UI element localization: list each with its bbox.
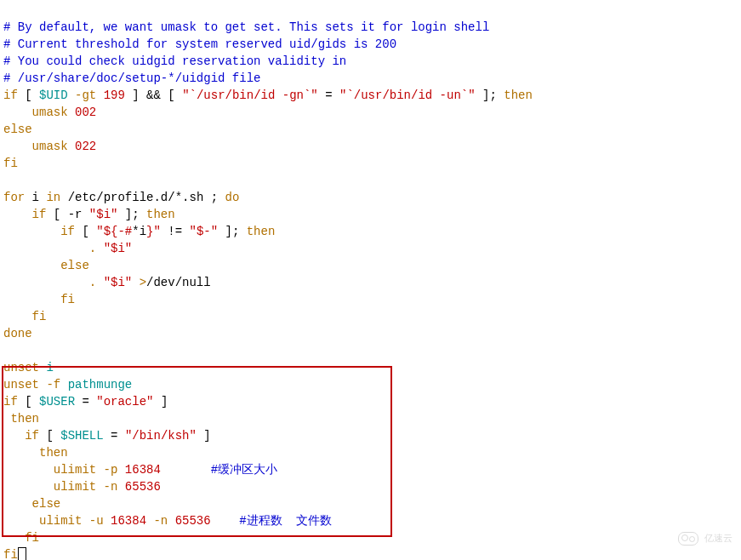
- code-line: ulimit -p 16384 #缓冲区大小: [3, 463, 277, 477]
- code-line: then: [3, 446, 68, 460]
- code-line: unset -f pathmunge: [3, 378, 132, 391]
- code-line: if [ "${-#*i}" != "$-" ]; then: [3, 225, 275, 238]
- code-line: done: [3, 327, 32, 340]
- code-line: else: [3, 123, 32, 136]
- code-line: if [ $USER = "oracle" ]: [3, 395, 168, 409]
- comment: # Current threshold for system reserved …: [3, 37, 396, 51]
- code-editor[interactable]: # By default, we want umask to get set. …: [0, 0, 741, 560]
- comment: # /usr/share/doc/setup-*/uidgid file: [3, 71, 260, 85]
- code-line: ulimit -u 16384 -n 65536 #进程数 文件数: [3, 514, 333, 528]
- cursor-icon: [18, 547, 26, 560]
- code-line: umask 022: [3, 140, 96, 153]
- code-line: fi: [3, 310, 46, 323]
- cloud-icon: [678, 532, 698, 546]
- code-line: if [ $SHELL = "/bin/ksh" ]: [3, 429, 211, 443]
- code-line: unset i: [3, 361, 54, 374]
- code-line: if [ -r "$i" ]; then: [3, 208, 175, 221]
- code-line: then: [3, 412, 39, 426]
- code-line: fi: [3, 531, 39, 545]
- comment: # By default, we want umask to get set. …: [3, 20, 489, 34]
- code-line: else: [3, 259, 89, 272]
- code-line: if [ $UID -gt 199 ] && [ "`/usr/bin/id -…: [3, 89, 533, 102]
- code-line: fi: [3, 548, 26, 560]
- code-line: umask 002: [3, 106, 96, 119]
- code-line: ulimit -n 65536: [3, 480, 161, 494]
- comment: # You could check uidgid reservation val…: [3, 54, 346, 68]
- watermark: 亿速云: [678, 530, 732, 547]
- code-line: fi: [3, 157, 18, 170]
- code-line: . "$i" >/dev/null: [3, 276, 211, 289]
- code-line: else: [3, 497, 60, 511]
- code-line: for i in /etc/profile.d/*.sh ; do: [3, 191, 239, 204]
- code-line: fi: [3, 293, 75, 306]
- code-line: . "$i": [3, 242, 132, 255]
